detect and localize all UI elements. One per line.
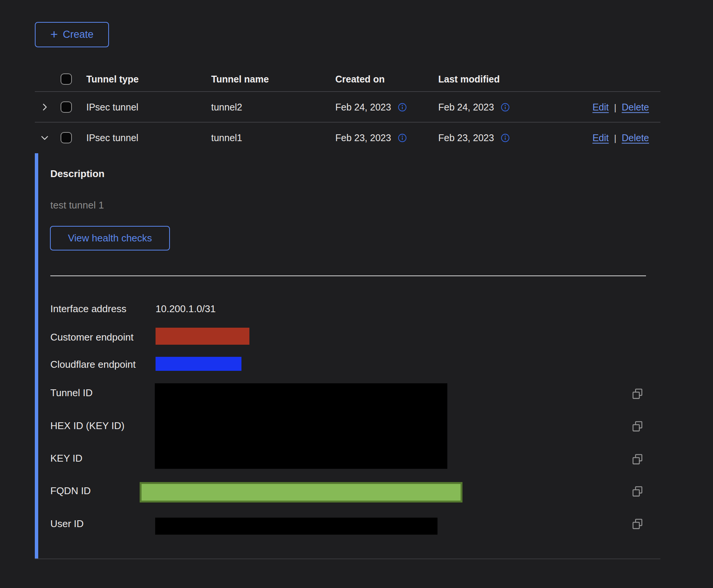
expanded-row-indicator-bar	[35, 153, 38, 559]
expand-row-button[interactable]	[39, 102, 50, 112]
row-checkbox[interactable]	[61, 132, 72, 143]
created-on-value: Feb 24, 2023	[335, 102, 391, 113]
user-id-label: User ID	[50, 518, 84, 529]
customer-endpoint-label: Customer endpoint	[50, 332, 134, 342]
view-health-checks-button[interactable]: View health checks	[50, 226, 170, 250]
details-divider	[50, 275, 646, 276]
tunnel-type-value: IPsec tunnel	[86, 132, 139, 143]
hex-id-label: HEX ID (KEY ID)	[50, 420, 125, 431]
copy-icon[interactable]	[631, 420, 643, 432]
cloudflare-endpoint-redacted-value	[156, 357, 241, 371]
copy-icon[interactable]	[631, 453, 643, 465]
info-icon[interactable]	[398, 133, 407, 142]
user-id-redacted-value	[155, 518, 437, 535]
table-row: IPsec tunnel tunnel2 Feb 24, 2023 Feb 24…	[35, 92, 660, 122]
edit-link[interactable]: Edit	[592, 102, 609, 113]
action-separator: |	[614, 132, 616, 143]
copy-icon[interactable]	[631, 388, 643, 400]
edit-link[interactable]: Edit	[592, 132, 609, 143]
column-header-tunnel-type: Tunnel type	[86, 74, 139, 85]
column-header-created-on: Created on	[335, 74, 385, 85]
plus-icon: +	[50, 28, 58, 40]
select-all-checkbox[interactable]	[61, 73, 72, 85]
page: + Create Tunnel type Tunnel name Created…	[0, 0, 713, 588]
tunnel-name-value: tunnel1	[211, 132, 242, 143]
last-modified-value: Feb 23, 2023	[438, 132, 494, 143]
column-header-last-modified: Last modified	[438, 74, 500, 85]
action-separator: |	[614, 102, 616, 112]
last-modified-value: Feb 24, 2023	[438, 102, 494, 113]
tunnel-name-value: tunnel2	[211, 102, 242, 113]
created-on-value: Feb 23, 2023	[335, 132, 391, 143]
column-header-tunnel-name: Tunnel name	[211, 74, 269, 85]
copy-icon[interactable]	[631, 518, 643, 530]
interface-address-label: Interface address	[50, 303, 126, 314]
ids-redacted-value	[155, 383, 447, 469]
chevron-down-icon	[40, 133, 50, 143]
copy-icon[interactable]	[631, 485, 643, 498]
delete-link[interactable]: Delete	[622, 102, 649, 113]
description-label: Description	[50, 168, 104, 180]
tunnel-type-value: IPsec tunnel	[86, 102, 139, 113]
info-icon[interactable]	[501, 103, 510, 112]
fqdn-id-redacted-value	[140, 482, 462, 502]
table-row: IPsec tunnel tunnel1 Feb 23, 2023 Feb 23…	[35, 122, 660, 153]
tunnel-id-label: Tunnel ID	[50, 387, 93, 398]
chevron-right-icon	[40, 102, 50, 112]
description-value: test tunnel 1	[50, 199, 104, 211]
customer-endpoint-redacted-value	[156, 328, 249, 345]
cloudflare-endpoint-label: Cloudflare endpoint	[50, 359, 136, 370]
delete-link[interactable]: Delete	[622, 132, 649, 143]
create-button-label: Create	[63, 29, 93, 40]
info-icon[interactable]	[398, 103, 407, 112]
fqdn-id-label: FQDN ID	[50, 485, 91, 496]
key-id-label: KEY ID	[50, 453, 83, 464]
create-button[interactable]: + Create	[35, 22, 109, 47]
collapse-row-button[interactable]	[39, 132, 50, 143]
interface-address-value: 10.200.1.0/31	[156, 303, 216, 314]
panel-bottom-divider	[35, 558, 660, 559]
info-icon[interactable]	[501, 133, 510, 142]
row-checkbox[interactable]	[61, 101, 72, 113]
table-header-row: Tunnel type Tunnel name Created on Last …	[35, 66, 660, 92]
